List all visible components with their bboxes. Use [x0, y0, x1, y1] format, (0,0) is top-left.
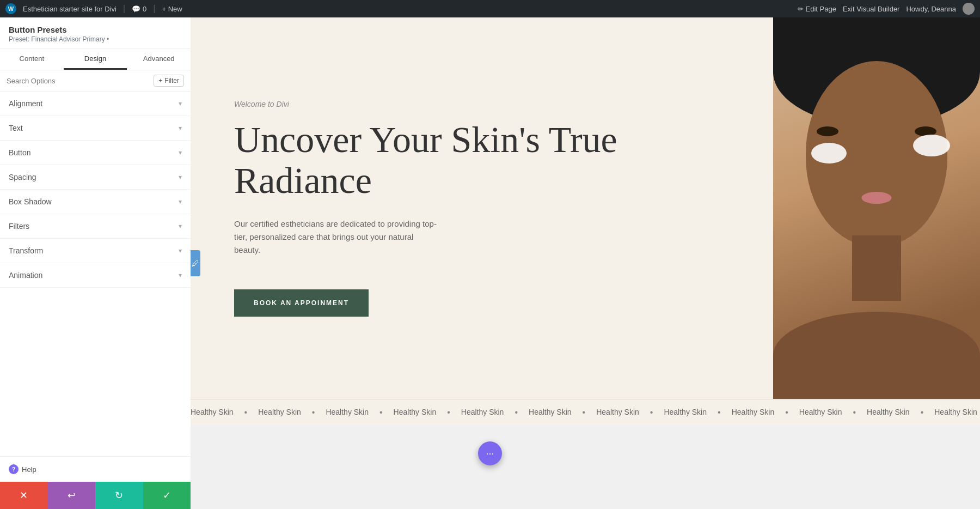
- topbar: W Esthetician starter site for Divi | 💬 …: [0, 0, 980, 17]
- undo-icon: ↩: [68, 489, 76, 501]
- marquee-item: Healthy Skin: [191, 408, 234, 417]
- book-appointment-button[interactable]: BOOK AN APPOINMENT: [234, 289, 369, 317]
- new-button[interactable]: + New: [162, 5, 182, 13]
- tab-advanced[interactable]: Advanced: [127, 49, 191, 70]
- site-name: Esthetician starter site for Divi: [23, 5, 117, 13]
- filter-label: Filter: [164, 77, 179, 84]
- hero-left: Welcome to Divi Uncover Your Skin's True…: [191, 17, 773, 399]
- chevron-down-icon: ▾: [179, 124, 182, 132]
- marquee-track: Healthy Skin • Healthy Skin • Healthy Sk…: [191, 408, 980, 417]
- main-content: Welcome to Divi Uncover Your Skin's True…: [191, 17, 980, 509]
- hero-description: Our certified estheticians are dedicated…: [234, 217, 441, 257]
- comment-icon: 💬: [132, 5, 140, 13]
- hero-title: Uncover Your Skin's True Radiance: [234, 119, 740, 201]
- marquee-dot: •: [583, 408, 586, 417]
- redo-icon: ↻: [115, 489, 123, 501]
- chevron-down-icon: ▾: [179, 271, 182, 279]
- chevron-down-icon: ▾: [179, 149, 182, 156]
- fab-icon: ···: [486, 448, 494, 459]
- chevron-down-icon: ▾: [179, 173, 182, 181]
- option-transform[interactable]: Transform ▾: [0, 239, 191, 263]
- marquee-bar: Healthy Skin • Healthy Skin • Healthy Sk…: [191, 399, 980, 425]
- edit-page-button[interactable]: ✏ Edit Page: [798, 5, 836, 13]
- help-icon: ?: [9, 464, 19, 474]
- tab-design[interactable]: Design: [64, 49, 127, 70]
- hero-image: [773, 17, 980, 399]
- redo-button[interactable]: ↻: [95, 482, 143, 509]
- sidebar: Button Presets Preset: Financial Advisor…: [0, 17, 191, 509]
- marquee-item: Healthy Skin: [394, 408, 437, 417]
- chevron-down-icon: ▾: [179, 100, 182, 107]
- hero-right: [773, 17, 980, 399]
- avatar[interactable]: [963, 3, 975, 15]
- filter-button[interactable]: + Filter: [154, 75, 184, 87]
- option-button[interactable]: Button ▾: [0, 141, 191, 165]
- comments-link[interactable]: 💬 0: [132, 5, 146, 13]
- divi-toggle-icon: 🖊: [192, 259, 199, 268]
- sidebar-tabs: Content Design Advanced: [0, 49, 191, 70]
- marquee-dot: •: [312, 408, 315, 417]
- sidebar-subtitle: Preset: Financial Advisor Primary •: [9, 35, 182, 43]
- undo-button[interactable]: ↩: [48, 482, 96, 509]
- floating-action-button[interactable]: ···: [478, 441, 502, 465]
- option-filters-label: Filters: [9, 222, 29, 231]
- marquee-item: Healthy Skin: [596, 408, 639, 417]
- sidebar-title: Button Presets: [9, 25, 182, 34]
- marquee-item: Healthy Skin: [326, 408, 369, 417]
- topbar-right: ✏ Edit Page Exit Visual Builder Howdy, D…: [798, 3, 975, 15]
- marquee-item: Healthy Skin: [732, 408, 775, 417]
- marquee-dot: •: [921, 408, 924, 417]
- marquee-item: Healthy Skin: [258, 408, 301, 417]
- help-label: Help: [22, 465, 36, 474]
- marquee-item: Healthy Skin: [799, 408, 842, 417]
- chevron-down-icon: ▾: [179, 222, 182, 230]
- search-input[interactable]: [7, 77, 149, 85]
- option-filters[interactable]: Filters ▾: [0, 214, 191, 239]
- chevron-down-icon: ▾: [179, 247, 182, 254]
- cancel-button[interactable]: ✕: [0, 482, 48, 509]
- separator-2: |: [153, 4, 155, 14]
- option-text-label: Text: [9, 124, 23, 132]
- option-animation-label: Animation: [9, 271, 42, 280]
- chevron-down-icon: ▾: [179, 198, 182, 205]
- marquee-item: Healthy Skin: [664, 408, 707, 417]
- separator-1: |: [123, 4, 125, 14]
- howdy-text: Howdy, Deanna: [906, 5, 956, 13]
- hero-section: Welcome to Divi Uncover Your Skin's True…: [191, 17, 980, 399]
- layout: Button Presets Preset: Financial Advisor…: [0, 17, 980, 509]
- option-button-label: Button: [9, 148, 30, 157]
- option-alignment[interactable]: Alignment ▾: [0, 92, 191, 116]
- exit-visual-builder-button[interactable]: Exit Visual Builder: [843, 5, 900, 13]
- option-spacing[interactable]: Spacing ▾: [0, 165, 191, 190]
- tab-content[interactable]: Content: [0, 49, 64, 70]
- sidebar-bottom-bar: ✕ ↩ ↻ ✓: [0, 482, 191, 509]
- option-animation[interactable]: Animation ▾: [0, 263, 191, 288]
- marquee-dot: •: [718, 408, 721, 417]
- save-button[interactable]: ✓: [143, 482, 191, 509]
- wordpress-icon[interactable]: W: [5, 3, 16, 14]
- filter-plus-icon: +: [158, 77, 162, 84]
- option-text[interactable]: Text ▾: [0, 116, 191, 141]
- marquee-item: Healthy Skin: [529, 408, 572, 417]
- marquee-dot: •: [447, 408, 450, 417]
- marquee-dot: •: [244, 408, 248, 417]
- marquee-dot: •: [379, 408, 383, 417]
- option-box-shadow[interactable]: Box Shadow ▾: [0, 190, 191, 214]
- marquee-dot: •: [514, 408, 518, 417]
- sidebar-options: Alignment ▾ Text ▾ Button ▾ Spacing ▾ Bo…: [0, 92, 191, 456]
- comment-count: 0: [143, 5, 146, 13]
- sidebar-header: Button Presets Preset: Financial Advisor…: [0, 17, 191, 49]
- help-link[interactable]: ? Help: [0, 456, 191, 482]
- marquee-item: Healthy Skin: [934, 408, 977, 417]
- marquee-dot: •: [650, 408, 653, 417]
- cancel-icon: ✕: [20, 489, 28, 501]
- marquee-item: Healthy Skin: [867, 408, 910, 417]
- search-row: + Filter: [0, 70, 191, 92]
- marquee-dot: •: [785, 408, 788, 417]
- divi-side-toggle[interactable]: 🖊: [191, 250, 200, 276]
- marquee-item: Healthy Skin: [461, 408, 504, 417]
- marquee-dot: •: [853, 408, 856, 417]
- hero-welcome-text: Welcome to Divi: [234, 100, 740, 108]
- option-alignment-label: Alignment: [9, 99, 42, 108]
- save-icon: ✓: [163, 489, 171, 501]
